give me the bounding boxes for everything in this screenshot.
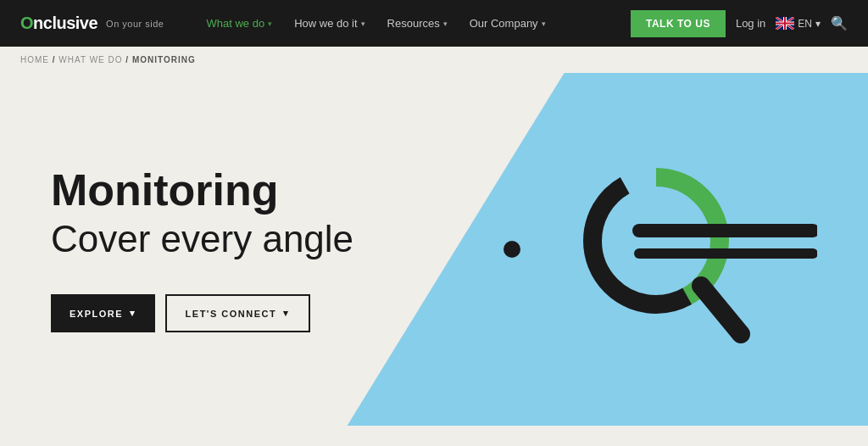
hero-text: Monitoring Cover every angle EXPLORE ▾ L… [51,166,353,332]
chevron-down-icon: ▾ [361,20,365,28]
navbar: Onclusive On your side What we do ▾ How … [0,0,868,47]
talk-to-us-button[interactable]: TALK TO US [631,10,726,37]
hero-title: Monitoring [51,166,353,215]
brand-logo: Onclusive [20,14,97,33]
lets-connect-button[interactable]: LET'S CONNECT ▾ [165,294,310,332]
chevron-down-icon: ▾ [815,18,821,30]
chevron-down-icon: ▾ [130,308,136,319]
svg-rect-8 [776,23,794,25]
brand-tagline: On your side [106,19,164,29]
hero-buttons: EXPLORE ▾ LET'S CONNECT ▾ [51,294,353,332]
search-icon[interactable]: 🔍 [831,15,848,31]
uk-flag-icon [776,17,794,30]
chevron-down-icon: ▾ [443,20,448,28]
breadcrumb-what-we-do[interactable]: WHAT WE DO [58,55,122,64]
breadcrumb-separator: / [125,55,132,64]
chevron-down-icon: ▾ [268,20,272,28]
breadcrumb-home[interactable]: HOME [20,55,49,64]
chevron-down-icon: ▾ [283,308,290,319]
nav-item-resources[interactable]: Resources ▾ [379,10,456,36]
chevron-down-icon: ▾ [542,20,546,28]
nav-right: TALK TO US Log in EN ▾ 🔍 [631,10,848,37]
svg-point-9 [504,241,520,258]
hero-section: Monitoring Cover every angle EXPLORE ▾ L… [0,73,868,426]
svg-line-12 [701,286,741,334]
language-selector[interactable]: EN ▾ [776,17,821,30]
nav-item-what-we-do[interactable]: What we do ▾ [198,10,281,36]
hero-subtitle: Cover every angle [51,218,353,260]
login-button[interactable]: Log in [736,17,765,30]
monitoring-illustration [478,131,817,368]
lang-label: EN [798,18,812,30]
logo-o: O [20,14,33,32]
nav-item-our-company[interactable]: Our Company ▾ [461,10,554,36]
hero-illustration [478,131,817,368]
nav-links: What we do ▾ How we do it ▾ Resources ▾ … [198,10,631,36]
breadcrumb: HOME / WHAT WE DO / MONITORING [0,47,868,73]
breadcrumb-current: MONITORING [132,55,196,64]
explore-button[interactable]: EXPLORE ▾ [51,294,155,332]
brand[interactable]: Onclusive On your side [20,14,164,33]
nav-item-how-we-do-it[interactable]: How we do it ▾ [286,10,373,36]
hero-content: Monitoring Cover every angle EXPLORE ▾ L… [0,73,868,426]
